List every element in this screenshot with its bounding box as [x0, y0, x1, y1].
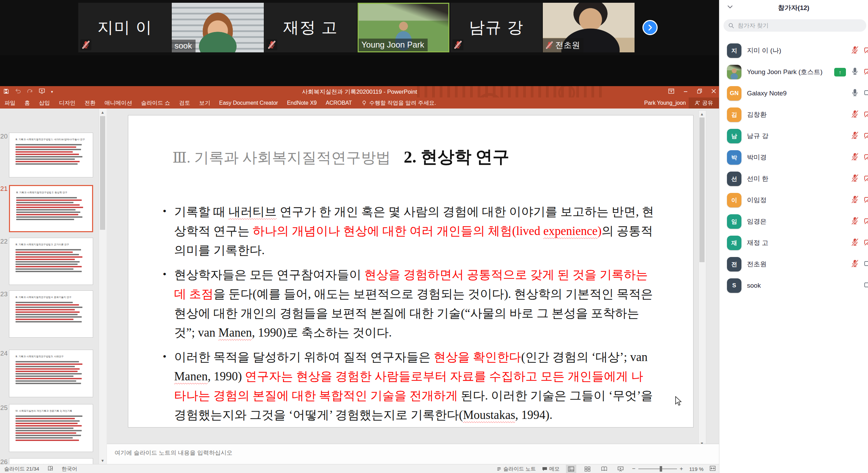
ribbon-tab-슬라이드-쇼[interactable]: 슬라이드 쇼 [137, 97, 174, 109]
video-tile-지미-이[interactable]: 지미 이 [78, 3, 171, 52]
mic-muted-icon [851, 153, 859, 161]
slide-thumbnail-24[interactable]: Ⅲ. 기록과 사회복지질적연구방법 5. 사례연구 [9, 350, 93, 397]
video-strip-next-page-button[interactable] [642, 20, 658, 35]
video-name-label: 전초원 [543, 38, 583, 52]
slide-title: Ⅲ. 기록과 사회복지질적연구방법2. 현상학 연구 [172, 146, 509, 168]
participant-row-선미-한[interactable]: 선선미 한 [719, 168, 868, 189]
add-person-icon [695, 100, 700, 106]
thumbnail-scrollbar[interactable]: ▲ ▼ [99, 109, 107, 464]
tell-me-box[interactable]: 수행할 작업을 알려 주세요. [357, 100, 436, 107]
mic-muted-icon [266, 39, 277, 50]
fit-to-window-icon[interactable] [710, 466, 716, 472]
ribbon-tab-보기[interactable]: 보기 [194, 97, 214, 109]
minimize-icon[interactable] [683, 89, 688, 95]
slide-scrollbar[interactable]: ▲ ▼ [698, 110, 706, 447]
zoom-out-button[interactable]: − [632, 465, 636, 472]
slide-sorter-view-button[interactable] [582, 465, 593, 473]
scroll-up-icon[interactable]: ▲ [100, 109, 106, 115]
ribbon-tab-acrobat[interactable]: ACROBAT [321, 97, 356, 109]
mic-muted-icon [851, 195, 859, 204]
status-bar: 슬라이드 21/34 한국어 슬라이드 노트 메모 − [0, 464, 719, 473]
participant-row-young-joon-park-(호스트)[interactable]: Young Joon Park (호스트)↑ [719, 61, 868, 83]
participant-row-galaxy-note9[interactable]: GNGalaxy Note9 [719, 83, 868, 104]
screen-sharing-badge: ↑ [834, 68, 846, 76]
zoom-video-strip: 지미 이 sook재정 고 Young Joon Park남규 강 전초원 [0, 0, 719, 55]
ribbon-tab-삽입[interactable]: 삽입 [34, 97, 54, 109]
slideshow-view-button[interactable] [616, 465, 626, 473]
participants-list: 지지미 이 (나) Young Joon Park (호스트)↑ GNGalax… [719, 40, 868, 296]
mic-muted-icon [454, 41, 462, 49]
restore-icon[interactable] [697, 89, 702, 95]
ribbon-tab-애니메이션[interactable]: 애니메이션 [100, 97, 137, 109]
video-tile-young-joon-park[interactable]: Young Joon Park [358, 3, 449, 52]
mic-muted-icon [80, 39, 91, 50]
video-tile-sook[interactable]: sook [172, 3, 264, 52]
share-button[interactable]: 공유 [689, 97, 719, 109]
slide-thumbnail-21[interactable]: Ⅲ. 기록과 사회복지질적연구방법 2. 현상학 연구 [9, 185, 93, 232]
ribbon-tab-파일[interactable]: 파일 [0, 97, 20, 109]
scroll-up-icon[interactable]: ▲ [699, 111, 705, 117]
mic-muted-icon [851, 46, 859, 54]
ribbon-tabs: 파일홈삽입디자인전환애니메이션슬라이드 쇼검토보기Easy Document C… [0, 97, 357, 109]
avatar: 박 [727, 150, 741, 165]
participant-name: 박미경 [747, 153, 767, 162]
scrollbar-thumb[interactable] [699, 117, 705, 262]
slide-thumbnail-20[interactable]: Ⅲ. 기록과 사회복지질적연구방법 1. 내러티브/생애사/구술사 연구 [9, 133, 93, 177]
ribbon-tab-디자인[interactable]: 디자인 [54, 97, 80, 109]
screen: 지미 이 sook재정 고 Young Joon Park남규 강 전초원 ▾ … [0, 0, 868, 473]
comment-icon [542, 467, 547, 471]
ribbon-tab-홈[interactable]: 홈 [20, 97, 34, 109]
slide-thumbnail-26[interactable]: Ⅳ. 사회복지실천의 개인기록과 전문기록 1) 개인기록 [9, 458, 93, 464]
camera-off-icon [864, 131, 868, 140]
camera-off-icon [864, 45, 868, 54]
scroll-down-icon[interactable]: ▼ [100, 457, 106, 463]
participant-row-박미경[interactable]: 박박미경 [719, 147, 868, 168]
ribbon-tab-endnote-x9[interactable]: EndNote X9 [282, 97, 321, 109]
spellcheck-icon[interactable] [48, 466, 53, 472]
zoom-slider-track[interactable] [638, 469, 677, 469]
mic-muted-icon [452, 39, 463, 50]
normal-view-button[interactable] [566, 465, 576, 473]
slide-thumbnail-23[interactable]: Ⅲ. 기록과 사회복지질적연구방법 4. 문화기술지 연구 [9, 290, 93, 338]
participant-row-이임정[interactable]: 이이임정 [719, 189, 868, 211]
mic-muted-icon [851, 238, 859, 246]
participant-row-지미-이-(나)[interactable]: 지지미 이 (나) [719, 40, 868, 61]
ribbon-tab-easy-document-creator[interactable]: Easy Document Creator [214, 97, 282, 109]
slide[interactable]: Ⅲ. 기록과 사회복지질적연구방법2. 현상학 연구 기록할 때 내러티브 연구… [128, 115, 693, 427]
participant-row-sook[interactable]: Ssook [719, 275, 868, 296]
memo-toggle[interactable]: 메모 [542, 466, 560, 472]
participant-row-김창환[interactable]: 김김창환 [719, 104, 868, 125]
participant-row-임경은[interactable]: 임임경은 [719, 211, 868, 232]
slide-thumbnail-pane: 20Ⅲ. 기록과 사회복지질적연구방법 1. 내러티브/생애사/구술사 연구21… [0, 109, 107, 464]
ribbon-tab-전환[interactable]: 전환 [80, 97, 100, 109]
close-icon[interactable] [711, 89, 716, 95]
participant-search-box[interactable]: 참가자 찾기 [724, 19, 866, 32]
notes-toggle[interactable]: 슬라이드 노트 [497, 466, 536, 472]
ribbon-tab-검토[interactable]: 검토 [174, 97, 194, 109]
avatar: 남 [727, 129, 741, 143]
participant-row-전초원[interactable]: 전전초원 [719, 254, 868, 275]
mic-muted-icon [851, 259, 859, 268]
account-name[interactable]: Park Young_joon [644, 97, 686, 109]
participant-status-icons [851, 110, 868, 120]
avatar: 선 [727, 172, 741, 186]
participant-row-남규-강[interactable]: 남남규 강 [719, 125, 868, 147]
video-tile-남규-강[interactable]: 남규 강 [450, 3, 542, 52]
video-tile-재정-고[interactable]: 재정 고 [264, 3, 357, 52]
notes-pane[interactable]: 여기에 슬라이드 노트의 내용을 입력하십시오 [107, 444, 719, 464]
reading-view-button[interactable] [599, 465, 609, 473]
participant-row-재정-고[interactable]: 재재정 고 [719, 232, 868, 254]
zoom-in-button[interactable]: + [680, 465, 683, 472]
zoom-level[interactable]: 119 % [689, 466, 704, 472]
lightbulb-icon [361, 100, 367, 106]
slide-canvas-area: Ⅲ. 기록과 사회복지질적연구방법2. 현상학 연구 기록할 때 내러티브 연구… [107, 109, 709, 464]
scrollbar-thumb[interactable] [100, 116, 105, 230]
slide-bullet-2: 현상학자들은 모든 연구참여자들이 현상을 경험하면서 공통적으로 갖게 된 것… [161, 265, 655, 342]
participant-status-icons [851, 131, 868, 141]
video-tile-전초원[interactable]: 전초원 [543, 3, 635, 52]
zoom-slider-thumb[interactable] [660, 466, 662, 472]
slide-thumbnail-25[interactable]: Ⅳ. 사회복지실천의 개인기록과 전문기록 1) 개인기록 [9, 404, 93, 452]
slide-thumbnail-22[interactable]: Ⅲ. 기록과 사회복지질적연구방법 3. 근거이론 연구 [9, 238, 93, 285]
language-indicator[interactable]: 한국어 [62, 466, 77, 472]
ribbon-display-options-icon[interactable] [668, 89, 674, 95]
